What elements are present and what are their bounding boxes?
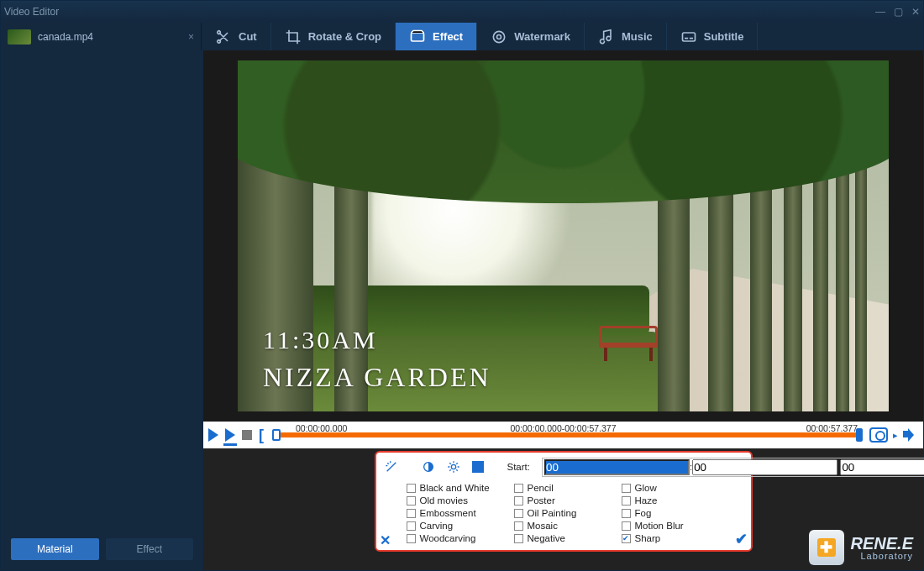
scissors-icon	[215, 29, 232, 45]
app-window: Video Editor — ▢ ✕ canada.mp4 × Cut Rota…	[0, 0, 924, 571]
maximize-button[interactable]: ▢	[894, 6, 903, 18]
svg-rect-6	[472, 461, 484, 473]
file-tab-close-icon[interactable]: ×	[188, 31, 194, 43]
panel-confirm-button[interactable]: ✔	[735, 530, 748, 548]
effect-option-label: Pencil	[528, 483, 554, 493]
effect-option-label: Old movies	[420, 495, 469, 506]
panel-cancel-button[interactable]: ✕	[380, 532, 391, 548]
close-button[interactable]: ✕	[911, 6, 920, 18]
bench-graphic	[599, 326, 658, 361]
range-start-handle[interactable]: [	[259, 427, 264, 444]
effect-option-haze[interactable]: Haze	[622, 495, 721, 506]
tool-music-label: Music	[622, 30, 653, 43]
effect-option-label: Motion Blur	[635, 521, 684, 531]
effect-option-sharp[interactable]: ✔Sharp	[622, 533, 721, 543]
effect-option-carving[interactable]: Carving	[407, 521, 506, 531]
checkbox-icon	[514, 509, 523, 518]
effect-option-embossment[interactable]: Embossment	[407, 508, 506, 518]
start-hh[interactable]	[544, 459, 690, 475]
crop-icon	[285, 29, 302, 45]
contrast-icon[interactable]	[422, 459, 435, 474]
svg-point-5	[451, 464, 455, 469]
seek-knob[interactable]	[272, 429, 281, 441]
effect-option-fog[interactable]: Fog	[622, 508, 721, 518]
play-button[interactable]	[208, 428, 218, 442]
effect-option-label: Sharp	[635, 533, 661, 543]
preview-area: 11:30AM NIZZA GARDEN	[203, 50, 923, 422]
tool-cut[interactable]: Cut	[202, 23, 271, 50]
effect-option-oil-painting[interactable]: Oil Painting	[514, 508, 613, 518]
brightness-icon[interactable]	[447, 459, 460, 474]
start-ss[interactable]	[840, 459, 924, 475]
main: 11:30AM NIZZA GARDEN [ 00:00:00.000 00:0…	[203, 50, 923, 570]
minimize-button[interactable]: —	[875, 6, 885, 18]
checkbox-icon	[407, 509, 416, 518]
tool-watermark-label: Watermark	[514, 30, 570, 43]
tool-effect-label: Effect	[433, 30, 463, 43]
effect-panel: Start: : : . ▲▼ End: : : . ▲▼ Black a	[375, 451, 753, 552]
effect-option-motion-blur[interactable]: Motion Blur	[622, 521, 721, 531]
file-name: canada.mp4	[38, 31, 93, 43]
checkbox-icon	[622, 521, 631, 531]
effect-option-mosaic[interactable]: Mosaic	[514, 521, 613, 531]
toolbar: canada.mp4 × Cut Rotate & Crop Effect Wa…	[1, 23, 923, 50]
sidebar-tab-material[interactable]: Material	[11, 538, 99, 560]
checkbox-icon	[514, 534, 523, 543]
tool-rotate-crop[interactable]: Rotate & Crop	[271, 23, 396, 50]
snapshot-button[interactable]	[869, 427, 888, 443]
checkbox-icon	[407, 484, 416, 493]
checkbox-icon	[622, 484, 631, 493]
sidebar-tab-effect[interactable]: Effect	[106, 538, 194, 560]
watermark-icon	[491, 29, 507, 45]
wand-icon[interactable]	[385, 459, 398, 474]
tool-rotate-label: Rotate & Crop	[308, 30, 381, 43]
color-icon[interactable]	[472, 459, 484, 474]
music-icon	[598, 29, 615, 45]
tool-watermark[interactable]: Watermark	[477, 23, 585, 50]
tool-subtitle[interactable]: Subtitle	[667, 23, 759, 50]
range-end-handle[interactable]	[856, 428, 863, 442]
stop-button[interactable]	[242, 430, 252, 440]
brand-logo: ✚ RENE.E Laboratory	[809, 530, 913, 565]
tool-cut-label: Cut	[239, 30, 257, 43]
checkbox-icon	[514, 496, 523, 506]
effect-option-label: Glow	[635, 483, 657, 493]
start-mm[interactable]	[692, 459, 837, 475]
sidebar-tab-effect-label: Effect	[137, 543, 162, 555]
effect-option-label: Mosaic	[528, 521, 558, 531]
svg-rect-3	[682, 33, 695, 41]
svg-rect-0	[412, 33, 424, 41]
sidebar-tabs: Material Effect	[1, 538, 203, 570]
effect-option-label: Black and White	[420, 483, 490, 493]
volume-button[interactable]	[903, 427, 918, 443]
seek-bar[interactable]	[272, 432, 861, 437]
tool-effect[interactable]: Effect	[396, 23, 477, 50]
effect-options-grid: Black and WhitePencilGlowOld moviesPoste…	[385, 483, 743, 543]
tool-subtitle-label: Subtitle	[704, 30, 744, 43]
effect-option-label: Woodcarving	[420, 533, 476, 543]
window-title: Video Editor	[4, 6, 59, 18]
play-range-button[interactable]	[225, 428, 235, 442]
effect-option-poster[interactable]: Poster	[514, 495, 613, 506]
start-time-input[interactable]: : : . ▲▼	[542, 458, 924, 477]
effect-option-negative[interactable]: Negative	[514, 533, 613, 543]
effect-icon	[409, 29, 426, 45]
body: Material Effect	[1, 50, 923, 570]
timeline: [ 00:00:00.000 00:00:00.000-00:00:57.377…	[203, 422, 923, 448]
effect-option-pencil[interactable]: Pencil	[514, 483, 613, 493]
effect-option-woodcarving[interactable]: Woodcarving	[407, 533, 506, 543]
effect-option-black-and-white[interactable]: Black and White	[407, 483, 506, 493]
effect-option-glow[interactable]: Glow	[622, 483, 721, 493]
brand-line2: Laboratory	[851, 552, 913, 561]
effect-option-label: Oil Painting	[528, 508, 577, 518]
file-thumb	[8, 29, 31, 45]
effect-option-old-movies[interactable]: Old movies	[407, 495, 506, 506]
file-tab[interactable]: canada.mp4 ×	[1, 23, 202, 50]
brand-line1: RENE.E	[851, 535, 913, 552]
checkbox-icon	[407, 496, 416, 506]
sidebar-content	[1, 50, 203, 538]
tool-music[interactable]: Music	[585, 23, 667, 50]
checkbox-icon	[407, 521, 416, 531]
brand-badge-icon: ✚	[809, 530, 844, 565]
effect-option-label: Poster	[528, 495, 555, 506]
